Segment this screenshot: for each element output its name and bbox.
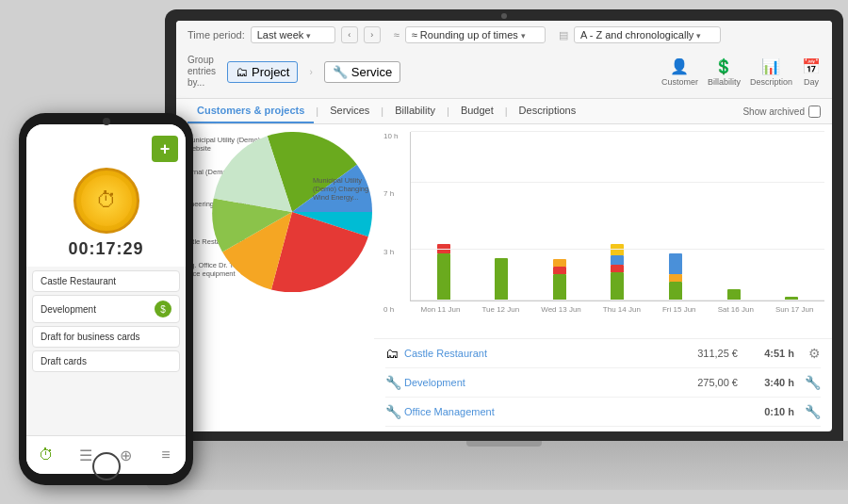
tab-budget[interactable]: Budget <box>451 99 503 123</box>
phone-item-label-castle: Castle Restaurant <box>41 276 116 286</box>
view-day-button[interactable]: 📅 Day <box>802 57 821 87</box>
view-description-button[interactable]: 📊 Description <box>750 57 792 87</box>
grid-line-7h <box>411 182 824 183</box>
right-panel: 10 h 7 h 3 h 0 h <box>374 124 832 427</box>
phone-list: Castle Restaurant Development $ Draft fo… <box>26 267 186 435</box>
rounding-select[interactable]: ≈ Rounding up of times ▾ <box>405 26 546 43</box>
gear-icon-development: 🔧 <box>805 375 821 390</box>
group-project-button[interactable]: 🗂 Project <box>227 61 298 83</box>
phone-home-button[interactable] <box>92 452 121 480</box>
phone-list-item-castle[interactable]: Castle Restaurant <box>32 270 180 292</box>
bars-wrapper <box>411 132 824 301</box>
bar-x-labels: Mon 11 Jun Tue 12 Jun Wed 13 Jun Thu 14 … <box>410 305 824 314</box>
row-amount-development: 275,00 € <box>662 377 738 388</box>
grid-line-3h <box>411 249 824 250</box>
view-icons: 👤 Customer 💲 Billability 📊 Description <box>661 57 821 87</box>
timer-inner: ⏱ <box>81 175 132 226</box>
laptop-camera <box>501 13 507 19</box>
pie-label-wind: Municipal Utility (Demo) Changing Wind E… <box>313 176 374 202</box>
row-time-office: 0:10 h <box>738 406 794 417</box>
gear-icon-office: 🔧 <box>805 404 821 419</box>
tabs-bar: Customers & projects | Services | Billab… <box>176 99 832 124</box>
row-name-development[interactable]: Development <box>404 377 662 388</box>
sort-icon: ▤ <box>559 29 568 41</box>
phone-camera <box>103 118 110 125</box>
period-dropdown-arrow: ▾ <box>306 31 311 41</box>
group-service-button[interactable]: 🔧 Service <box>324 61 400 83</box>
row-time-development: 3:40 h <box>738 377 794 388</box>
phone-nav-timer[interactable]: ⏱ <box>33 442 59 468</box>
sort-dropdown-arrow: ▾ <box>696 31 701 41</box>
grid-line-0h <box>411 300 824 301</box>
view-billability-button[interactable]: 💲 Billability <box>708 57 741 87</box>
bar-group-mon <box>437 244 450 301</box>
period-select[interactable]: Last week ▾ <box>251 26 335 43</box>
phone-timer-area: + ⏱ 00:17:29 <box>26 124 186 267</box>
phone-draft-cards: Draft cards <box>32 350 180 372</box>
pie-chart-svg <box>212 132 372 292</box>
tab-customers-projects[interactable]: Customers & projects <box>188 99 314 123</box>
prev-period-button[interactable]: ‹ <box>341 26 358 43</box>
tab-billability[interactable]: Billability <box>385 99 445 123</box>
timer-icon: ⏱ <box>96 188 117 213</box>
tab-descriptions[interactable]: Descriptions <box>510 99 586 123</box>
bar-group-fri <box>669 253 682 301</box>
row-name-castle[interactable]: Castle Restaurant <box>404 348 662 359</box>
group-by-label: Group entries by... <box>188 55 216 89</box>
bar-chart-area: 10 h 7 h 3 h 0 h <box>374 124 832 338</box>
table-row-development: 🔧 Development 275,00 € 3:40 h 🔧 <box>385 368 821 398</box>
app-header: Time period: Last week ▾ ‹ › ≈ ≈ Roundin… <box>176 21 832 99</box>
laptop: Time period: Last week ▾ ‹ › ≈ ≈ Roundin… <box>165 9 843 490</box>
laptop-base <box>146 441 848 490</box>
bar-y-labels: 10 h 7 h 3 h 0 h <box>383 132 399 314</box>
grid-line-top <box>411 131 824 132</box>
row-icon-office: 🔧 <box>385 404 404 419</box>
row-icon-castle: 🗂 <box>385 346 404 361</box>
approx-icon: ≈ <box>394 29 400 41</box>
row-amount-castle: 311,25 € <box>662 348 738 359</box>
bar-group-wed <box>553 259 566 301</box>
next-period-button[interactable]: › <box>364 26 381 43</box>
rounding-dropdown-arrow: ▾ <box>521 31 526 41</box>
phone-nav-menu[interactable]: ≡ <box>153 442 179 468</box>
phone-add-button[interactable]: + <box>152 136 178 162</box>
phone-item-label-draft: Draft for business cards <box>41 332 140 342</box>
bar-chart-container: 10 h 7 h 3 h 0 h <box>410 132 824 314</box>
main-content: Municipal Utility (Demo)Website Internal… <box>176 124 832 427</box>
phone-money-button[interactable]: $ <box>155 301 171 317</box>
view-customer-button[interactable]: 👤 Customer <box>661 57 698 87</box>
row-icon-development: 🔧 <box>385 375 404 390</box>
phone-screen: + ⏱ 00:17:29 Castle Restaurant Developme… <box>26 124 186 474</box>
table-row-office: 🔧 Office Management 0:10 h 🔧 <box>385 398 821 427</box>
row-action-office[interactable]: 🔧 <box>794 404 821 419</box>
show-archived-checkbox[interactable] <box>808 106 821 118</box>
bar-group-thu <box>611 244 624 301</box>
gear-icon-castle: ⚙ <box>808 346 821 361</box>
row-action-castle[interactable]: ⚙ <box>794 346 821 361</box>
time-period-label: Time period: <box>188 29 245 41</box>
phone-list-item-development[interactable]: Development $ <box>32 295 180 323</box>
bar-chart <box>410 132 824 301</box>
show-archived: Show archived <box>742 106 821 118</box>
row-action-development[interactable]: 🔧 <box>794 375 821 390</box>
timer-display: 00:17:29 <box>68 239 143 259</box>
row-name-office[interactable]: Office Management <box>404 406 662 417</box>
tab-services[interactable]: Services <box>320 99 379 123</box>
phone: + ⏱ 00:17:29 Castle Restaurant Developme… <box>19 113 193 485</box>
data-table: 🗂 Castle Restaurant 311,25 € 4:51 h ⚙ 🔧 … <box>374 338 832 427</box>
table-row-castle: 🗂 Castle Restaurant 311,25 € 4:51 h ⚙ <box>385 339 821 368</box>
group-by-row: Group entries by... 🗂 Project › 🔧 Servic… <box>188 51 821 92</box>
pie-chart-area: Municipal Utility (Demo)Website Internal… <box>176 124 374 427</box>
row-time-castle: 4:51 h <box>738 348 794 359</box>
sort-select[interactable]: A - Z and chronologically ▾ <box>574 26 722 43</box>
phone-list-item-draft[interactable]: Draft for business cards <box>32 326 180 348</box>
bar-group-tue <box>495 258 508 301</box>
phone-item-label-development: Development <box>41 304 96 315</box>
timer-circle: ⏱ <box>73 168 139 234</box>
laptop-screen: Time period: Last week ▾ ‹ › ≈ ≈ Roundin… <box>176 21 832 431</box>
